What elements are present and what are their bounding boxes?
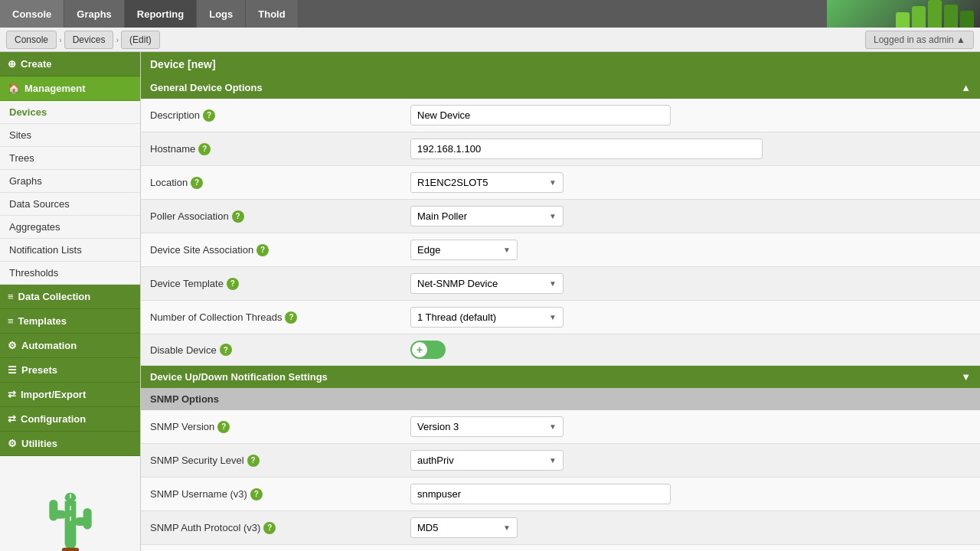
breadcrumb-arrow-1: ›: [59, 35, 62, 44]
snmp-auth-protocol-help-icon[interactable]: ?: [263, 522, 276, 534]
snmp-auth-protocol-row: SNMP Auth Protocol (v3) ? MD5 ▼: [141, 511, 980, 545]
device-template-dropdown[interactable]: Net-SNMP Device ▼: [410, 273, 564, 294]
device-title: Device [new]: [141, 52, 980, 77]
tab-console[interactable]: Console: [0, 0, 64, 28]
sidebar-configuration-section[interactable]: ⇄ Configuration: [0, 407, 140, 432]
poller-dropdown[interactable]: Main Poller ▼: [410, 206, 564, 227]
snmp-auth-protocol-dropdown[interactable]: MD5 ▼: [410, 517, 518, 538]
snmp-section-header: SNMP Options: [141, 388, 980, 410]
snmp-security-help-icon[interactable]: ?: [247, 455, 260, 467]
description-control: [410, 105, 971, 126]
collection-threads-help-icon[interactable]: ?: [285, 311, 297, 324]
create-icon: ⊕: [8, 58, 16, 70]
snmp-username-help-icon[interactable]: ?: [250, 488, 263, 500]
location-dropdown[interactable]: R1ENC2SLOT5 ▼: [410, 172, 564, 193]
disable-device-label: Disable Device ?: [150, 344, 410, 356]
device-site-label: Device Site Association ?: [150, 244, 410, 256]
sidebar-item-notification-lists[interactable]: Notification Lists: [0, 239, 140, 262]
management-icon: 🏠: [8, 83, 20, 94]
device-site-control: Edge ▼: [410, 240, 971, 260]
disable-device-help-icon[interactable]: ?: [220, 344, 232, 356]
utilities-icon: ⚙: [8, 438, 17, 449]
sidebar: ⊕ Create 🏠 Management Devices Sites Tree…: [0, 52, 141, 551]
svg-rect-5: [61, 548, 78, 551]
breadcrumb-edit[interactable]: (Edit): [121, 31, 160, 49]
sidebar-data-collection-section[interactable]: ≡ Data Collection: [0, 285, 140, 309]
device-template-label: Device Template ?: [150, 278, 410, 290]
location-label: Location ?: [150, 177, 410, 189]
cactus-icon: [40, 471, 101, 551]
location-help-icon[interactable]: ?: [191, 177, 203, 189]
snmp-version-dropdown-arrow: ▼: [549, 422, 557, 431]
sidebar-item-sites[interactable]: Sites: [0, 124, 140, 147]
svg-rect-4: [83, 508, 91, 530]
snmp-security-level-control: authPriv ▼: [410, 450, 971, 471]
hostname-help-icon[interactable]: ?: [198, 143, 211, 155]
import-export-icon: ⇄: [8, 389, 16, 400]
sidebar-item-thresholds[interactable]: Thresholds: [0, 262, 140, 285]
poller-dropdown-arrow: ▼: [549, 212, 557, 220]
location-row: Location ? R1ENC2SLOT5 ▼: [141, 166, 980, 200]
snmp-version-dropdown[interactable]: Version 3 ▼: [410, 416, 564, 437]
snmp-version-control: Version 3 ▼: [410, 416, 971, 437]
presets-icon: ☰: [8, 364, 17, 376]
hostname-row: Hostname ?: [141, 132, 980, 166]
sidebar-item-devices[interactable]: Devices: [0, 101, 140, 124]
top-nav-bar: Console Graphs Reporting Logs Thold: [0, 0, 980, 28]
collection-threads-row: Number of Collection Threads ? 1 Thread …: [141, 301, 980, 334]
hostname-label: Hostname ?: [150, 143, 410, 155]
disable-device-toggle[interactable]: [410, 341, 446, 359]
description-input[interactable]: [410, 105, 671, 126]
breadcrumb-bar: Console › Devices › (Edit) Logged in as …: [0, 28, 980, 52]
tab-reporting[interactable]: Reporting: [125, 0, 197, 28]
poller-help-icon[interactable]: ?: [232, 210, 244, 223]
snmp-security-level-label: SNMP Security Level ?: [150, 455, 410, 467]
snmp-security-level-dropdown-arrow: ▼: [549, 456, 557, 465]
collection-threads-dropdown[interactable]: 1 Thread (default) ▼: [410, 307, 564, 328]
tab-logs[interactable]: Logs: [197, 0, 246, 28]
sidebar-item-trees[interactable]: Trees: [0, 147, 140, 170]
logo-area: [827, 0, 980, 28]
tab-thold[interactable]: Thold: [246, 0, 298, 28]
tab-graphs[interactable]: Graphs: [64, 0, 125, 28]
device-template-control: Net-SNMP Device ▼: [410, 273, 971, 294]
sidebar-create-button[interactable]: ⊕ Create: [0, 52, 140, 77]
sidebar-item-aggregates[interactable]: Aggregates: [0, 216, 140, 239]
sidebar-item-data-sources[interactable]: Data Sources: [0, 193, 140, 216]
breadcrumb-console[interactable]: Console: [6, 31, 57, 49]
notification-collapse-icon[interactable]: ▼: [961, 371, 971, 383]
svg-rect-2: [49, 500, 57, 521]
sidebar-utilities-section[interactable]: ⚙ Utilities: [0, 432, 140, 456]
sidebar-automation-section[interactable]: ⚙ Automation: [0, 334, 140, 358]
description-help-icon[interactable]: ?: [203, 109, 215, 122]
snmp-security-level-dropdown[interactable]: authPriv ▼: [410, 450, 564, 471]
snmp-version-help-icon[interactable]: ?: [217, 421, 230, 433]
main-layout: ⊕ Create 🏠 Management Devices Sites Tree…: [0, 52, 980, 551]
logo-stripes: [896, 0, 974, 28]
description-row: Description ?: [141, 99, 980, 132]
notification-section-header: Device Up/Down Notification Settings ▼: [141, 366, 980, 388]
device-template-help-icon[interactable]: ?: [227, 278, 239, 290]
sidebar-item-graphs[interactable]: Graphs: [0, 170, 140, 193]
device-site-help-icon[interactable]: ?: [256, 244, 269, 256]
sidebar-presets-section[interactable]: ☰ Presets: [0, 358, 140, 383]
breadcrumb-devices[interactable]: Devices: [64, 31, 114, 49]
poller-control: Main Poller ▼: [410, 206, 971, 227]
poller-association-label: Poller Association ?: [150, 210, 410, 223]
snmp-username-label: SNMP Username (v3) ?: [150, 488, 410, 500]
snmp-username-row: SNMP Username (v3) ?: [141, 478, 980, 511]
sidebar-management-section[interactable]: 🏠 Management: [0, 77, 140, 101]
snmp-username-input[interactable]: [410, 484, 671, 504]
configuration-icon: ⇄: [8, 413, 16, 425]
device-site-dropdown[interactable]: Edge ▼: [410, 240, 518, 260]
snmp-version-row: SNMP Version ? Version 3 ▼: [141, 410, 980, 444]
collapse-icon[interactable]: ▲: [961, 82, 971, 93]
hostname-input[interactable]: [410, 139, 763, 159]
general-section-header: General Device Options ▲: [141, 77, 980, 99]
snmp-username-control: [410, 484, 971, 504]
sidebar-import-export-section[interactable]: ⇄ Import/Export: [0, 383, 140, 407]
sidebar-templates-section[interactable]: ≡ Templates: [0, 309, 140, 334]
collection-threads-label: Number of Collection Threads ?: [150, 311, 410, 324]
breadcrumb-arrow-2: ›: [116, 35, 119, 44]
templates-icon: ≡: [8, 315, 14, 327]
